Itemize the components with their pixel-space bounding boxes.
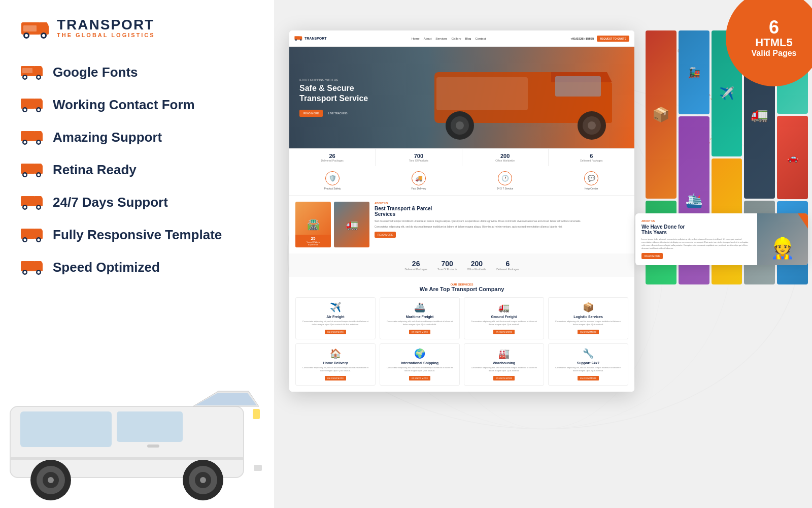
service-card-icon-5: 🌍 <box>384 348 455 359</box>
nav-gallery[interactable]: Gallery <box>451 37 461 40</box>
stats2-item-1: 700 Tone Of Products <box>437 260 457 271</box>
stats2-number-1: 700 <box>437 260 457 268</box>
stat-label-3: Delivered Packages <box>551 159 632 162</box>
service-card-text-1: Consectetur adipiscing elit, sed do eius… <box>384 320 455 326</box>
svg-point-56 <box>24 271 26 274</box>
service-icon-2: 🕐 24 X 7 Service <box>462 171 548 190</box>
side-panel-btn[interactable]: READ MORE <box>641 253 663 259</box>
svg-marker-19 <box>35 99 43 101</box>
about-read-more-btn[interactable]: READ MORE <box>375 232 396 238</box>
stat-label-2: Office Worldwide <box>464 159 546 162</box>
nav-services[interactable]: Services <box>435 37 447 40</box>
service-card-btn-1[interactable]: KN KNOW MORE <box>409 330 430 334</box>
feature-item-contact-form: Working Contact Form <box>20 88 254 121</box>
feature-item-speed: Speed Optimized <box>20 251 254 283</box>
svg-rect-8 <box>23 25 37 31</box>
service-card-btn-2[interactable]: KN KNOW MORE <box>493 330 515 334</box>
hero-read-more-btn[interactable]: READ MORE <box>299 110 323 117</box>
stats2-label-0: Delivered Packages <box>404 268 427 271</box>
service-icon-circle-1: 🚚 <box>412 171 426 185</box>
truck-icon-6 <box>20 226 44 244</box>
service-card-text-2: Consectetur adipiscing elit, sed do eius… <box>468 320 539 326</box>
service-card-title-1: Maritime Freight <box>384 315 455 319</box>
gallery-img-2a: 🚂 <box>679 30 709 114</box>
svg-point-91 <box>456 121 464 130</box>
feature-item-support: Amazing Support <box>20 121 254 153</box>
truck-icon-1 <box>20 63 44 81</box>
svg-point-51 <box>38 239 40 241</box>
mockup-nav-links: Home About Services Gallery Blog Contact <box>412 37 486 40</box>
stat-item-3: 6 Delivered Packages <box>549 149 634 166</box>
service-card-btn-5[interactable]: KN KNOW MORE <box>409 376 430 380</box>
hero-small-label: START SHIPPING WITH US <box>299 78 368 81</box>
stat-item-0: 26 Delivered Packages <box>289 149 376 166</box>
nav-quote-btn[interactable]: REQUEST TO QUOTE <box>597 36 629 42</box>
feature-label-google-fonts: Google Fonts <box>53 65 138 80</box>
badge-valid: Valid Pages <box>752 49 797 58</box>
badge-number: 6 <box>769 18 779 37</box>
feature-label-amazing-support: Amazing Support <box>53 130 162 145</box>
service-icon-label-1: Fast Delivery <box>376 187 462 190</box>
svg-rect-61 <box>117 411 183 442</box>
mockup-nav: TRANSPORT Home About Services Gallery Bl… <box>289 30 634 47</box>
service-card-6: 🏭 Warehousing Consectetur adipiscing eli… <box>464 343 544 386</box>
service-card-btn-6[interactable]: KN KNOW MORE <box>493 376 515 380</box>
stat-label-1: Tons Of Products <box>378 159 459 162</box>
stat-item-2: 200 Office Worldwide <box>462 149 549 166</box>
hero-content: START SHIPPING WITH US Safe & SecureTran… <box>289 68 378 126</box>
about-small-label: ABOUT US <box>375 202 628 205</box>
mockup-services-icons: 🛡️ Product Safety 🚚 Fast Delivery 🕐 24 X… <box>289 166 634 196</box>
nav-home[interactable]: Home <box>412 37 420 40</box>
service-card-btn-0[interactable]: KN KNOW MORE <box>325 330 346 334</box>
about-years-badge: 25 Years Of WorkExperience <box>295 235 331 247</box>
service-card-btn-3[interactable]: KN KNOW MORE <box>578 330 599 334</box>
side-panel-text: Lorem ipsum dolor sit amet, consectetur … <box>641 238 751 250</box>
stat-number-2: 200 <box>464 153 546 159</box>
feature-item-google-fonts: Google Fonts <box>20 56 254 88</box>
about-para1: Sed do eiusmod tempor incididunt ut labo… <box>375 219 628 224</box>
service-icon-circle-3: 💬 <box>584 171 598 185</box>
service-icon-label-3: Help Center <box>548 187 634 190</box>
svg-marker-11 <box>35 66 43 68</box>
stat-number-3: 6 <box>551 153 632 159</box>
service-card-icon-1: 🚢 <box>384 302 455 313</box>
about-para2: Consectetur adipiscing elit, sed do eius… <box>375 225 628 229</box>
logo-subtitle: THE GLOBAL LOGISTICS <box>57 32 155 38</box>
gallery-img-5b: 🚗 <box>777 116 808 199</box>
nav-blog[interactable]: Blog <box>465 37 471 40</box>
side-panel-title: We Have Done forThis Years <box>641 224 751 235</box>
service-icon-label-0: Product Safety <box>289 187 376 190</box>
service-card-icon-0: ✈️ <box>300 302 371 313</box>
mockup-logo-text: TRANSPORT <box>304 37 327 40</box>
nav-about[interactable]: About <box>424 37 432 40</box>
service-card-title-6: Warehousing <box>468 361 539 365</box>
stat-item-1: 700 Tons Of Products <box>376 149 462 166</box>
mockup-stats-bar: 26 Delivered Packages 700 Tons Of Produc… <box>289 148 634 166</box>
nav-contact[interactable]: Contact <box>475 37 486 40</box>
service-icon-0: 🛡️ Product Safety <box>289 171 376 190</box>
svg-point-82 <box>295 39 296 40</box>
our-services-title: We Are Top Transport Company <box>295 286 628 292</box>
svg-point-37 <box>38 174 40 176</box>
svg-rect-71 <box>253 409 260 419</box>
svg-marker-47 <box>35 229 43 231</box>
service-card-5: 🌍 International Shipping Consectetur adi… <box>380 343 460 386</box>
service-card-0: ✈️ Air Freight Consectetur adipiscing el… <box>295 297 376 339</box>
service-card-btn-4[interactable]: KN KNOW MORE <box>325 376 346 380</box>
service-card-btn-7[interactable]: KN KNOW MORE <box>578 376 599 380</box>
service-card-2: 🚛 Ground Freight Consectetur adipiscing … <box>464 297 544 339</box>
about-title: Best Transport & ParcelServices <box>375 206 628 217</box>
svg-rect-38 <box>21 196 35 206</box>
stats2-item-2: 200 Office Worldwide <box>467 260 487 271</box>
svg-rect-24 <box>21 131 35 141</box>
svg-marker-3 <box>40 22 49 25</box>
service-icon-circle-0: 🛡️ <box>325 171 340 185</box>
stats2-item-0: 26 Delivered Packages <box>404 260 427 271</box>
stats2-number-0: 26 <box>404 260 427 268</box>
svg-marker-33 <box>35 164 43 166</box>
logo-title: TRANSPORT <box>57 18 155 32</box>
nav-phone: +91(0226)-15865 <box>570 37 594 40</box>
feature-item-247: 24/7 Days Support <box>20 186 254 218</box>
service-card-1: 🚢 Maritime Freight Consectetur adipiscin… <box>380 297 460 339</box>
stat-number-0: 26 <box>291 153 373 159</box>
